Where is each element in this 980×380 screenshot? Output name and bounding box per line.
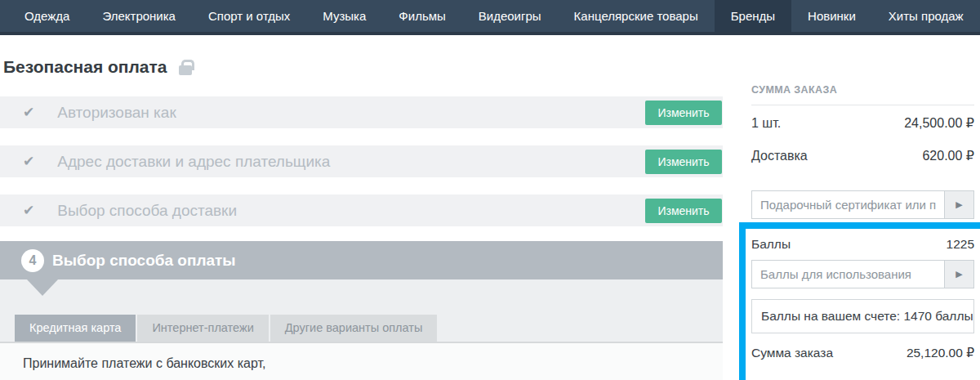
nav-item-new-arrivals[interactable]: Новинки [791, 0, 872, 32]
summary-shipping-value: 620.00 ₽ [922, 148, 974, 164]
change-auth-button[interactable]: Изменить [645, 101, 722, 125]
order-total-row: Сумма заказа 25,120.00 ₽ [751, 345, 974, 361]
lock-icon [179, 65, 192, 75]
payment-tabs: Кредитная карта Интернет-платежи Другие … [15, 315, 437, 342]
points-balance-note: Баллы на вашем счете: 1470 баллы. [751, 299, 974, 333]
change-shipping-button[interactable]: Изменить [645, 199, 722, 223]
top-navigation: Одежда Электроника Спорт и отдых Музыка … [0, 0, 980, 35]
points-input-group: ▶ [751, 260, 974, 288]
nav-item-sports[interactable]: Спорт и отдых [192, 0, 306, 32]
points-input[interactable] [752, 261, 944, 288]
tab-online-payments[interactable]: Интернет-платежи [137, 315, 268, 342]
points-label: Баллы [751, 236, 791, 253]
step-header-payment: 4 Выбор способа оплаты [0, 241, 723, 279]
nav-item-stationery[interactable]: Канцелярские товары [558, 0, 715, 32]
arrow-right-icon: ▶ [956, 199, 962, 210]
nav-item-movies[interactable]: Фильмы [382, 0, 461, 32]
order-summary-title: СУММА ЗАКАЗА [751, 84, 837, 96]
tab-credit-card[interactable]: Кредитная карта [15, 315, 136, 342]
promo-code-group: ▶ [751, 190, 974, 219]
arrow-right-icon: ▶ [956, 269, 962, 279]
nav-item-bestsellers[interactable]: Хиты продаж [872, 0, 980, 32]
step-label: Авторизован как [57, 104, 176, 122]
summary-divider [751, 105, 974, 105]
tab-other-options[interactable]: Другие варианты оплаты [270, 315, 438, 342]
page-title: Безопасная оплата [3, 57, 167, 77]
nav-item-videogames[interactable]: Видеоигры [462, 0, 558, 32]
summary-shipping-label: Доставка [751, 148, 808, 164]
promo-code-input[interactable] [752, 191, 944, 218]
check-icon: ✔ [23, 202, 34, 219]
nav-item-clothing[interactable]: Одежда [8, 0, 86, 32]
nav-item-music[interactable]: Музыка [306, 0, 382, 32]
step-header-pointer [27, 279, 58, 296]
step-header-label: Выбор способа оплаты [52, 252, 236, 270]
step-row-address: ✔ Адрес доставки и адрес плательщика Изм… [0, 145, 723, 177]
summary-item-label: 1 шт. [751, 115, 781, 132]
summary-row-items: 1 шт. 24,500.00 ₽ [751, 115, 974, 132]
step-label: Выбор способа доставки [57, 202, 237, 220]
nav-item-brands[interactable]: Бренды [715, 0, 791, 32]
check-icon: ✔ [23, 153, 34, 170]
promo-submit-button[interactable]: ▶ [944, 191, 973, 218]
check-icon: ✔ [23, 104, 34, 121]
page-title-row: Безопасная оплата [3, 57, 192, 77]
summary-item-value: 24,500.00 ₽ [904, 115, 974, 132]
step-label: Адрес доставки и адрес плательщика [57, 153, 330, 171]
points-value: 1225 [947, 236, 974, 253]
nav-item-electronics[interactable]: Электроника [86, 0, 192, 32]
points-row: Баллы 1225 [751, 236, 974, 253]
points-submit-button[interactable]: ▶ [944, 261, 973, 288]
order-total-label: Сумма заказа [751, 345, 833, 361]
change-address-button[interactable]: Изменить [645, 150, 722, 174]
step-row-shipping: ✔ Выбор способа доставки Изменить [0, 194, 723, 226]
order-total-value: 25,120.00 ₽ [906, 345, 974, 361]
step-row-authorized: ✔ Авторизован как Изменить [0, 96, 723, 128]
step-number-badge: 4 [21, 249, 44, 272]
payment-intro-text: Принимайте платежи с банковских карт, [23, 356, 266, 371]
summary-row-shipping: Доставка 620.00 ₽ [751, 148, 974, 164]
